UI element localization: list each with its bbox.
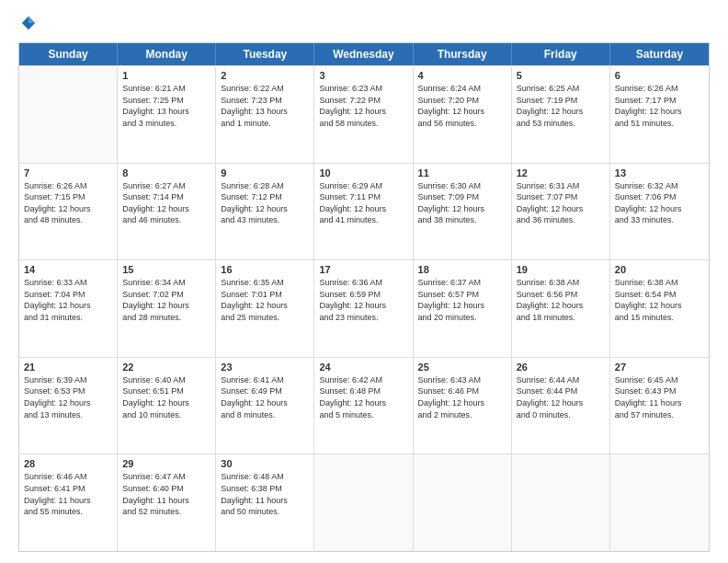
- cell-line: Sunrise: 6:24 AM: [418, 83, 506, 95]
- cell-line: Sunset: 7:19 PM: [517, 95, 605, 107]
- cell-line: Sunrise: 6:23 AM: [319, 83, 407, 95]
- table-row: 22Sunrise: 6:40 AMSunset: 6:51 PMDayligh…: [118, 358, 216, 454]
- header: [18, 15, 710, 33]
- cell-line: Sunset: 6:40 PM: [122, 483, 210, 495]
- calendar-row-3: 21Sunrise: 6:39 AMSunset: 6:53 PMDayligh…: [19, 357, 709, 454]
- table-row: 13Sunrise: 6:32 AMSunset: 7:06 PMDayligh…: [610, 164, 709, 260]
- cell-line: and 33 minutes.: [615, 214, 704, 226]
- cell-line: and 8 minutes.: [221, 409, 309, 421]
- calendar: SundayMondayTuesdayWednesdayThursdayFrid…: [18, 42, 710, 552]
- cell-line: and 2 minutes.: [418, 409, 506, 421]
- cell-line: Sunset: 7:14 PM: [122, 191, 210, 203]
- cell-line: Sunset: 6:41 PM: [24, 483, 112, 495]
- cell-line: Sunset: 6:43 PM: [615, 385, 704, 397]
- cell-line: Daylight: 12 hours: [418, 106, 506, 118]
- cell-line: Sunset: 6:49 PM: [221, 385, 309, 397]
- table-row: 2Sunrise: 6:22 AMSunset: 7:23 PMDaylight…: [216, 66, 314, 163]
- cell-line: Sunrise: 6:33 AM: [24, 277, 112, 289]
- cell-line: and 1 minute.: [221, 118, 309, 130]
- cell-line: Sunset: 7:07 PM: [517, 191, 605, 203]
- cell-line: Sunrise: 6:43 AM: [418, 374, 506, 386]
- cell-line: Daylight: 12 hours: [517, 300, 605, 312]
- cell-line: and 10 minutes.: [122, 409, 210, 421]
- day-number: 8: [122, 167, 210, 178]
- day-number: 5: [517, 70, 605, 81]
- cell-line: and 36 minutes.: [517, 214, 605, 226]
- cell-line: Daylight: 12 hours: [24, 203, 112, 215]
- table-row: 26Sunrise: 6:44 AMSunset: 6:44 PMDayligh…: [512, 358, 610, 454]
- cell-line: Daylight: 12 hours: [24, 397, 112, 409]
- table-row: 17Sunrise: 6:36 AMSunset: 6:59 PMDayligh…: [314, 260, 413, 357]
- cell-line: and 28 minutes.: [122, 312, 210, 324]
- table-row: [414, 454, 512, 551]
- table-row: 23Sunrise: 6:41 AMSunset: 6:49 PMDayligh…: [216, 358, 314, 454]
- cell-line: and 41 minutes.: [319, 214, 407, 226]
- table-row: 29Sunrise: 6:47 AMSunset: 6:40 PMDayligh…: [118, 454, 216, 551]
- cell-line: Sunrise: 6:47 AM: [122, 471, 210, 483]
- table-row: 19Sunrise: 6:38 AMSunset: 6:56 PMDayligh…: [512, 260, 610, 357]
- table-row: 28Sunrise: 6:46 AMSunset: 6:41 PMDayligh…: [19, 454, 118, 551]
- calendar-row-2: 14Sunrise: 6:33 AMSunset: 7:04 PMDayligh…: [19, 259, 709, 357]
- cell-line: Sunrise: 6:38 AM: [517, 277, 605, 289]
- table-row: 20Sunrise: 6:38 AMSunset: 6:54 PMDayligh…: [610, 260, 709, 357]
- day-number: 28: [24, 458, 112, 469]
- cell-line: Sunrise: 6:21 AM: [122, 83, 210, 95]
- cell-line: Daylight: 11 hours: [221, 495, 309, 507]
- table-row: 30Sunrise: 6:48 AMSunset: 6:38 PMDayligh…: [216, 454, 314, 551]
- day-number: 15: [122, 264, 210, 275]
- cell-line: and 18 minutes.: [517, 312, 605, 324]
- cell-line: Daylight: 12 hours: [319, 106, 407, 118]
- cell-line: and 57 minutes.: [615, 409, 704, 421]
- cell-line: Sunset: 6:51 PM: [122, 385, 210, 397]
- cell-line: Sunset: 7:09 PM: [418, 191, 506, 203]
- logo-icon: [20, 15, 37, 31]
- cell-line: Sunrise: 6:34 AM: [122, 277, 210, 289]
- cell-line: and 3 minutes.: [122, 118, 210, 130]
- cell-line: and 55 minutes.: [24, 506, 112, 518]
- day-number: 13: [615, 167, 704, 178]
- cell-line: Sunset: 7:12 PM: [221, 191, 309, 203]
- header-cell-tuesday: Tuesday: [216, 43, 314, 65]
- cell-line: Sunset: 6:54 PM: [615, 289, 704, 301]
- cell-line: and 53 minutes.: [517, 118, 605, 130]
- cell-line: Daylight: 12 hours: [615, 106, 704, 118]
- cell-line: and 38 minutes.: [418, 214, 506, 226]
- table-row: 18Sunrise: 6:37 AMSunset: 6:57 PMDayligh…: [414, 260, 512, 357]
- cell-line: Sunrise: 6:22 AM: [221, 83, 309, 95]
- table-row: 7Sunrise: 6:26 AMSunset: 7:15 PMDaylight…: [19, 164, 118, 260]
- cell-line: Sunset: 7:02 PM: [122, 289, 210, 301]
- cell-line: Daylight: 12 hours: [418, 397, 506, 409]
- cell-line: and 31 minutes.: [24, 312, 112, 324]
- cell-line: Sunset: 7:23 PM: [221, 95, 309, 107]
- table-row: 11Sunrise: 6:30 AMSunset: 7:09 PMDayligh…: [414, 164, 512, 260]
- cell-line: Sunrise: 6:25 AM: [517, 83, 605, 95]
- day-number: 6: [615, 70, 704, 81]
- table-row: 4Sunrise: 6:24 AMSunset: 7:20 PMDaylight…: [414, 66, 512, 163]
- day-number: 23: [221, 362, 309, 373]
- cell-line: Sunset: 7:11 PM: [319, 191, 407, 203]
- day-number: 26: [517, 362, 605, 373]
- cell-line: and 51 minutes.: [615, 118, 704, 130]
- cell-line: Daylight: 12 hours: [517, 397, 605, 409]
- header-cell-friday: Friday: [512, 43, 610, 65]
- page: SundayMondayTuesdayWednesdayThursdayFrid…: [0, 0, 728, 563]
- calendar-row-0: 1Sunrise: 6:21 AMSunset: 7:25 PMDaylight…: [19, 65, 709, 163]
- cell-line: Sunset: 7:22 PM: [319, 95, 407, 107]
- table-row: [512, 454, 610, 551]
- cell-line: Sunset: 6:59 PM: [319, 289, 407, 301]
- cell-line: Sunset: 7:06 PM: [615, 191, 704, 203]
- table-row: 25Sunrise: 6:43 AMSunset: 6:46 PMDayligh…: [414, 358, 512, 454]
- cell-line: and 46 minutes.: [122, 214, 210, 226]
- cell-line: Sunrise: 6:44 AM: [517, 374, 605, 386]
- cell-line: Daylight: 11 hours: [615, 397, 704, 409]
- cell-line: Sunrise: 6:38 AM: [615, 277, 704, 289]
- cell-line: Sunset: 6:57 PM: [418, 289, 506, 301]
- header-cell-thursday: Thursday: [414, 43, 512, 65]
- cell-line: Daylight: 12 hours: [615, 300, 704, 312]
- cell-line: Sunset: 7:01 PM: [221, 289, 309, 301]
- cell-line: Daylight: 11 hours: [122, 495, 210, 507]
- day-number: 16: [221, 264, 309, 275]
- cell-line: Sunrise: 6:45 AM: [615, 374, 704, 386]
- day-number: 12: [517, 167, 605, 178]
- cell-line: Sunrise: 6:26 AM: [615, 83, 704, 95]
